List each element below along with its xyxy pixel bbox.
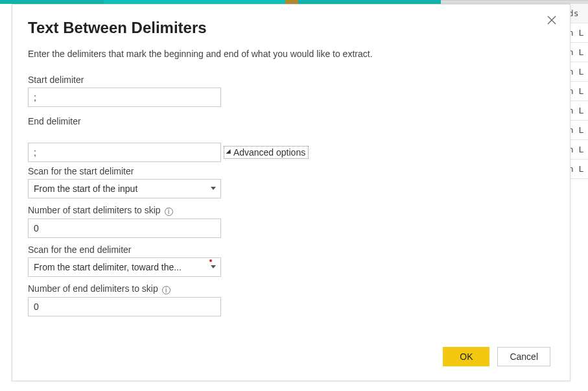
info-icon[interactable]: i bbox=[162, 286, 171, 294]
scan-start-select[interactable]: From the start of the input bbox=[28, 179, 221, 198]
dialog-title: Text Between Delimiters bbox=[28, 19, 550, 37]
ok-button[interactable]: OK bbox=[443, 347, 489, 366]
end-skip-label-text: Number of end delimiters to skip bbox=[28, 283, 158, 294]
scan-start-select-value[interactable]: From the start of the input bbox=[28, 179, 221, 198]
start-delimiter-input[interactable] bbox=[28, 88, 221, 107]
dialog-buttons: OK Cancel bbox=[443, 347, 550, 366]
modified-indicator-icon bbox=[209, 259, 212, 262]
close-icon bbox=[547, 15, 557, 25]
expand-caret-icon bbox=[226, 149, 230, 154]
advanced-options-toggle[interactable]: Advanced options bbox=[224, 146, 309, 159]
start-skip-input[interactable] bbox=[28, 219, 221, 238]
end-skip-label: Number of end delimiters to skip i bbox=[28, 283, 550, 294]
text-between-delimiters-dialog: Text Between Delimiters Enter the delimi… bbox=[12, 4, 570, 381]
scan-end-label: Scan for the end delimiter bbox=[28, 244, 550, 255]
cancel-button[interactable]: Cancel bbox=[497, 347, 550, 366]
start-skip-label: Number of start delimiters to skip i bbox=[28, 205, 550, 216]
info-icon[interactable]: i bbox=[165, 207, 173, 216]
close-button[interactable] bbox=[547, 15, 559, 28]
end-delimiter-input[interactable] bbox=[28, 143, 221, 162]
scan-start-label: Scan for the start delimiter bbox=[28, 166, 550, 176]
advanced-options-label: Advanced options bbox=[233, 147, 305, 158]
end-delimiter-label: End delimiter bbox=[28, 116, 550, 126]
end-skip-input[interactable] bbox=[28, 297, 221, 316]
start-delimiter-label: Start delimiter bbox=[28, 75, 550, 85]
dialog-description: Enter the delimiters that mark the begin… bbox=[28, 49, 550, 59]
scan-end-select-value[interactable]: From the start delimiter, toward the... bbox=[28, 257, 221, 277]
start-skip-label-text: Number of start delimiters to skip bbox=[28, 205, 161, 215]
scan-end-select[interactable]: From the start delimiter, toward the... bbox=[28, 257, 221, 277]
